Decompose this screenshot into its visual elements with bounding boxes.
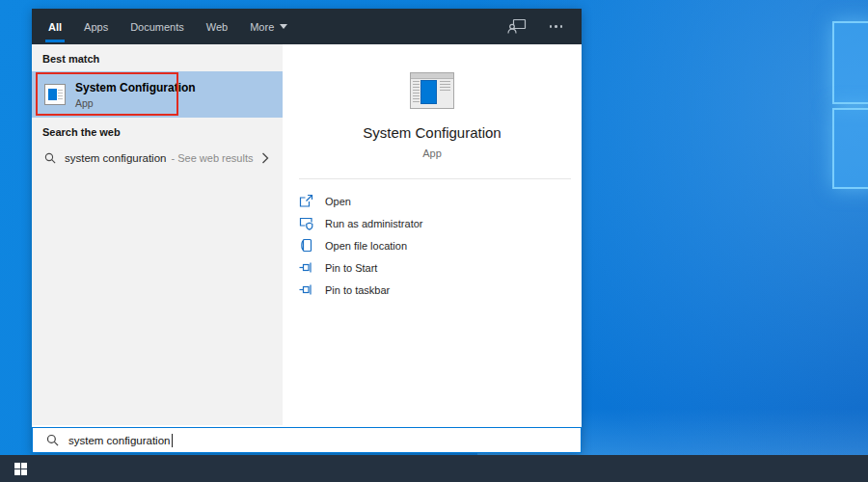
file-location-icon — [299, 238, 314, 253]
preview-app-title: System Configuration — [283, 124, 582, 141]
wallpaper-windows-logo-pane-top — [832, 21, 868, 104]
search-web-header: Search the web — [32, 118, 283, 145]
web-suggestion-query: system configuration — [65, 152, 166, 164]
tab-web-label: Web — [206, 21, 228, 33]
tab-all[interactable]: All — [48, 9, 62, 44]
web-search-suggestion[interactable]: system configuration - See web results — [32, 145, 283, 172]
admin-shield-icon — [299, 216, 314, 230]
search-icon — [44, 152, 56, 164]
preview-panel: System Configuration App Open — [283, 44, 582, 425]
tab-more-label: More — [250, 21, 274, 33]
ellipsis-icon[interactable] — [550, 25, 563, 28]
pin-icon — [299, 260, 314, 275]
chevron-down-icon — [280, 24, 287, 29]
text-cursor — [172, 434, 173, 447]
best-match-title: System Configuration — [75, 81, 196, 94]
action-open-label: Open — [325, 196, 351, 207]
action-pin-to-taskbar[interactable]: Pin to taskbar — [283, 279, 582, 301]
wallpaper-windows-logo-pane-bottom — [832, 108, 868, 189]
action-open-file-location[interactable]: Open file location — [283, 234, 582, 256]
best-match-result[interactable]: System Configuration App — [32, 71, 283, 118]
best-match-header: Best match — [32, 44, 283, 71]
system-configuration-app-icon-large — [410, 72, 454, 109]
start-button[interactable] — [0, 455, 41, 482]
search-flyout: All Apps Documents Web More — [32, 9, 582, 453]
icon-blue-pane — [420, 80, 437, 104]
action-pin-to-start-label: Pin to Start — [325, 262, 377, 274]
tab-documents[interactable]: Documents — [130, 9, 184, 44]
search-results: Best match System Configuration App Sear… — [32, 44, 582, 425]
search-input-value: system configuration — [68, 435, 170, 446]
account-icon[interactable] — [507, 18, 527, 35]
tab-apps-label: Apps — [84, 21, 108, 33]
icon-list-lines — [413, 81, 420, 104]
action-list: Open Run as administrator — [283, 190, 582, 301]
preview-app-subtitle: App — [283, 147, 582, 159]
best-match-text: System Configuration App — [75, 81, 196, 109]
system-configuration-app-icon — [44, 84, 66, 105]
chevron-right-icon[interactable] — [261, 152, 269, 164]
action-run-as-administrator-label: Run as administrator — [325, 218, 423, 229]
icon-list-lines — [440, 81, 450, 92]
open-icon — [299, 194, 314, 208]
web-suggestion-suffix: - See web results — [171, 152, 253, 164]
action-open[interactable]: Open — [283, 190, 582, 212]
action-pin-to-taskbar-label: Pin to taskbar — [325, 284, 390, 296]
tab-more[interactable]: More — [250, 9, 287, 44]
best-match-subtitle: App — [75, 97, 196, 109]
search-tabs: All Apps Documents Web More — [48, 9, 287, 44]
action-pin-to-start[interactable]: Pin to Start — [283, 256, 582, 279]
desktop: All Apps Documents Web More — [0, 0, 868, 482]
pin-icon — [299, 282, 314, 297]
search-icon — [46, 434, 59, 446]
action-open-file-location-label: Open file location — [325, 240, 407, 252]
search-tabs-bar: All Apps Documents Web More — [32, 9, 582, 44]
divider — [299, 178, 571, 179]
tab-all-label: All — [48, 21, 62, 33]
topbar-icons — [507, 18, 563, 35]
tab-documents-label: Documents — [130, 21, 184, 33]
taskbar — [0, 455, 868, 482]
windows-logo-icon — [14, 463, 27, 475]
action-run-as-administrator[interactable]: Run as administrator — [283, 212, 582, 234]
tab-web[interactable]: Web — [206, 9, 228, 44]
results-list-panel: Best match System Configuration App Sear… — [32, 44, 283, 425]
tab-apps[interactable]: Apps — [84, 9, 108, 44]
search-input[interactable]: system configuration — [32, 427, 582, 453]
